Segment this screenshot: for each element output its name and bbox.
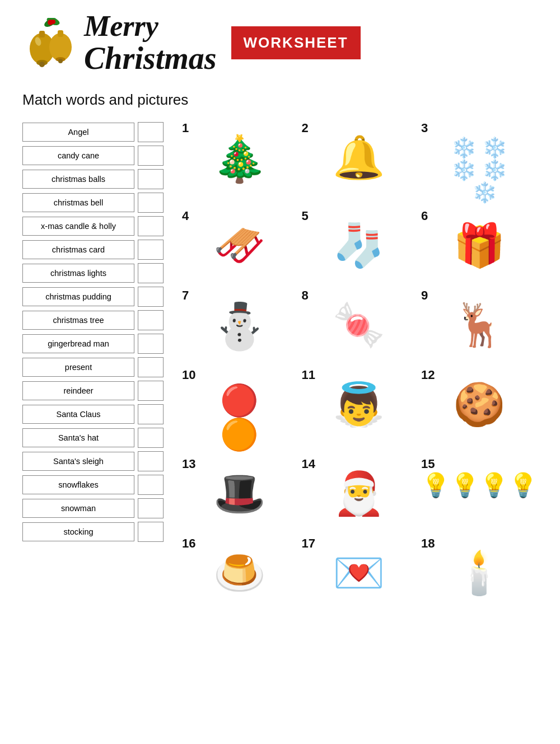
- word-row-stocking: stocking: [22, 522, 171, 542]
- answer-input-gingerbread-man[interactable]: [138, 334, 164, 354]
- word-row-present: present: [22, 357, 171, 377]
- word-row-reindeer: reindeer: [22, 381, 171, 401]
- word-label-present: present: [22, 358, 134, 377]
- picture-number-2: 2: [302, 122, 309, 134]
- word-list: Angelcandy canechristmas ballschristmas …: [22, 122, 171, 542]
- picture-image-12: 🍪: [421, 383, 538, 425]
- answer-input-christmas-balls[interactable]: [138, 169, 164, 189]
- picture-number-18: 18: [421, 537, 435, 550]
- worksheet-badge: WORKSHEET: [231, 26, 361, 59]
- answer-input-christmas-bell[interactable]: [138, 193, 164, 213]
- picture-image-8: 🍬: [302, 304, 417, 346]
- picture-cell-1: 1🎄: [182, 122, 297, 203]
- picture-image-15: 💡💡💡💡: [421, 472, 538, 498]
- picture-image-13: 🎩: [182, 472, 297, 514]
- word-label-xmas-candle: x-mas candle & holly: [22, 217, 134, 236]
- word-label-candy-cane: candy cane: [22, 146, 134, 165]
- picture-cell-9: 9🦌: [421, 289, 538, 362]
- page-header: Merry Christmas WORKSHEET: [22, 11, 538, 74]
- answer-input-christmas-tree[interactable]: [138, 310, 164, 330]
- picture-image-14: 🎅: [302, 472, 417, 514]
- word-label-snowflakes: snowflakes: [22, 475, 134, 494]
- word-row-xmas-candle: x-mas candle & holly: [22, 216, 171, 236]
- answer-input-snowflakes[interactable]: [138, 475, 164, 495]
- picture-image-3: ❄️ ❄️ ❄️ ❄️ ❄️: [421, 137, 538, 203]
- svg-point-11: [58, 59, 63, 63]
- picture-number-14: 14: [302, 458, 315, 470]
- picture-cell-16: 16🍮: [182, 537, 297, 610]
- picture-cell-8: 8🍬: [302, 289, 417, 362]
- picture-number-12: 12: [421, 369, 435, 381]
- word-row-santa-claus: Santa Claus: [22, 404, 171, 424]
- picture-grid: 1🎄2🔔3❄️ ❄️ ❄️ ❄️ ❄️4🛷5🧦6🎁7⛄8🍬9🦌10🔴 🟠11👼1…: [182, 122, 538, 610]
- word-label-christmas-bell: christmas bell: [22, 193, 134, 212]
- picture-cell-10: 10🔴 🟠: [182, 369, 297, 451]
- word-row-christmas-tree: christmas tree: [22, 310, 171, 330]
- picture-image-1: 🎄: [182, 137, 297, 181]
- word-label-christmas-balls: christmas balls: [22, 170, 134, 189]
- picture-image-16: 🍮: [182, 552, 297, 594]
- picture-image-9: 🦌: [421, 304, 538, 346]
- answer-input-reindeer[interactable]: [138, 381, 164, 401]
- answer-input-christmas-card[interactable]: [138, 240, 164, 260]
- word-row-christmas-card: christmas card: [22, 240, 171, 260]
- picture-cell-11: 11👼: [302, 369, 417, 451]
- picture-image-6: 🎁: [421, 224, 538, 266]
- picture-number-16: 16: [182, 537, 195, 550]
- picture-cell-15: 15💡💡💡💡: [421, 458, 538, 531]
- picture-number-9: 9: [421, 289, 428, 302]
- answer-input-santa-claus[interactable]: [138, 404, 164, 424]
- picture-cell-7: 7⛄: [182, 289, 297, 362]
- word-row-santas-sleigh: Santa's sleigh: [22, 451, 171, 471]
- picture-number-1: 1: [182, 122, 189, 134]
- word-label-angel: Angel: [22, 123, 134, 142]
- picture-number-5: 5: [302, 210, 309, 222]
- word-row-christmas-pudding: christmas pudding: [22, 287, 171, 307]
- picture-image-4: 🛷: [182, 224, 297, 266]
- picture-image-10: 🔴 🟠: [182, 383, 297, 451]
- word-label-gingerbread-man: gingerbread man: [22, 334, 134, 353]
- picture-cell-6: 6🎁: [421, 210, 538, 283]
- answer-input-santas-hat[interactable]: [138, 428, 164, 448]
- main-layout: Angelcandy canechristmas ballschristmas …: [22, 122, 538, 610]
- word-label-reindeer: reindeer: [22, 381, 134, 400]
- answer-input-angel[interactable]: [138, 122, 164, 142]
- picture-number-7: 7: [182, 289, 189, 302]
- picture-cell-2: 2🔔: [302, 122, 417, 203]
- word-row-candy-cane: candy cane: [22, 146, 171, 166]
- picture-cell-12: 12🍪: [421, 369, 538, 451]
- picture-cell-17: 17💌: [302, 537, 417, 610]
- picture-number-13: 13: [182, 458, 195, 470]
- answer-input-present[interactable]: [138, 357, 164, 377]
- picture-number-17: 17: [302, 537, 315, 550]
- word-label-christmas-tree: christmas tree: [22, 311, 134, 330]
- word-row-angel: Angel: [22, 122, 171, 142]
- picture-number-3: 3: [421, 122, 428, 134]
- picture-cell-13: 13🎩: [182, 458, 297, 531]
- answer-input-stocking[interactable]: [138, 522, 164, 542]
- word-label-christmas-lights: christmas lights: [22, 264, 134, 283]
- picture-cell-14: 14🎅: [302, 458, 417, 531]
- answer-input-xmas-candle[interactable]: [138, 216, 164, 236]
- answer-input-snowman[interactable]: [138, 498, 164, 518]
- bell-svg: [22, 18, 78, 68]
- svg-point-8: [49, 33, 72, 61]
- word-row-christmas-balls: christmas balls: [22, 169, 171, 189]
- answer-input-candy-cane[interactable]: [138, 146, 164, 166]
- word-row-snowflakes: snowflakes: [22, 475, 171, 495]
- svg-rect-9: [58, 30, 63, 37]
- word-row-snowman: snowman: [22, 498, 171, 518]
- answer-input-santas-sleigh[interactable]: [138, 451, 164, 471]
- word-row-santas-hat: Santa's hat: [22, 428, 171, 448]
- answer-input-christmas-pudding[interactable]: [138, 287, 164, 307]
- picture-cell-5: 5🧦: [302, 210, 417, 283]
- svg-rect-5: [39, 31, 45, 38]
- bells-decoration: [22, 18, 78, 68]
- picture-cell-3: 3❄️ ❄️ ❄️ ❄️ ❄️: [421, 122, 538, 203]
- answer-input-christmas-lights[interactable]: [138, 263, 164, 283]
- picture-number-4: 4: [182, 210, 189, 222]
- picture-number-15: 15: [421, 458, 435, 470]
- picture-image-17: 💌: [302, 552, 417, 594]
- svg-point-3: [51, 20, 55, 24]
- picture-image-5: 🧦: [302, 224, 417, 266]
